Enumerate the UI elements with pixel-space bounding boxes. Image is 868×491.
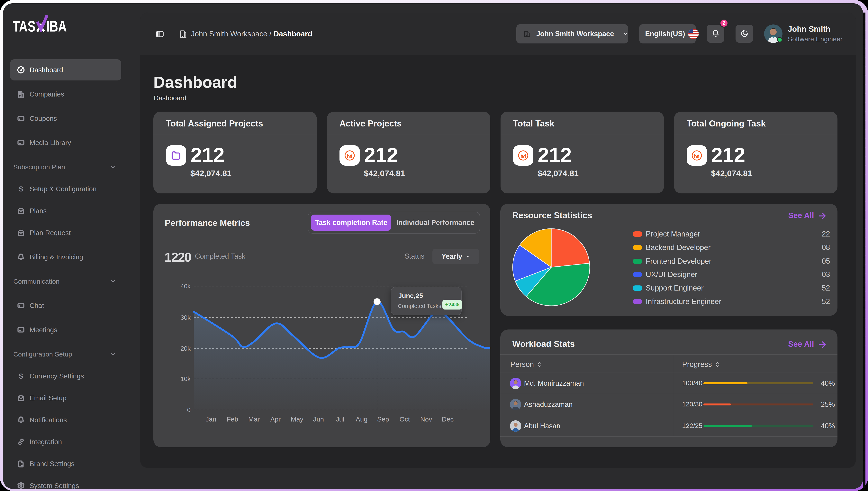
svg-text:IBA: IBA (46, 18, 67, 35)
svg-text:TAS: TAS (12, 18, 35, 35)
